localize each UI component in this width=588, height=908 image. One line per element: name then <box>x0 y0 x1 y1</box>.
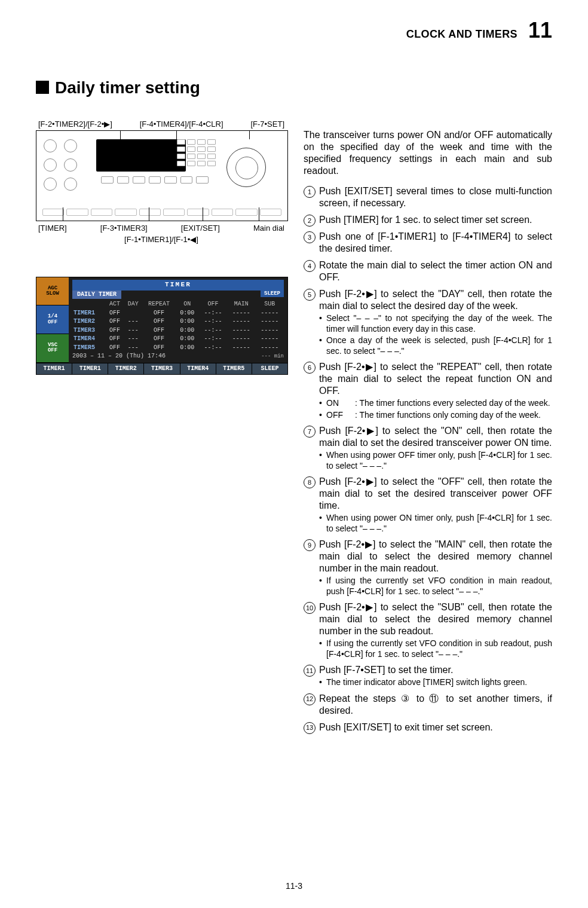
callout-f1: [F-1•TIMER1]/[F-1•◀] <box>36 235 287 244</box>
step-text: Push [F-2•▶] to select the "SUB" cell, t… <box>319 602 552 636</box>
section-bullet-icon <box>36 81 49 94</box>
page-footer: 11-3 <box>0 881 588 892</box>
step-number-icon: 8 <box>304 476 316 488</box>
step-sub-item: Once a day of the week is selected, push… <box>319 335 552 356</box>
timer-lcd-figure: AGCSLOW 1/4OFF VSCOFF TIMER DAILY TIMER … <box>36 277 288 375</box>
step-text: Push [TIMER] for 1 sec. to select timer … <box>319 215 532 225</box>
step-sub-item: The timer indicator above [TIMER] switch… <box>319 677 552 688</box>
step-number-icon: 12 <box>304 693 316 705</box>
step: 1Push [EXIT/SET] several times to close … <box>304 185 552 209</box>
step-sub-item: Select "– – –" to not specifying the day… <box>319 313 552 334</box>
step-sub-item: If using the currently set VFO condition… <box>319 576 552 597</box>
chapter-title: CLOCK AND TIMERS <box>406 27 517 41</box>
lcd-softkey-2: TIMER2 <box>108 363 144 375</box>
step-number-icon: 10 <box>304 602 316 614</box>
lcd-timer-row: TIMER1OFFOFF0:00--:------------ <box>72 309 284 318</box>
step-text: Push one of [F-1•TIMER1] to [F-4•TIMER4]… <box>319 231 552 253</box>
step-onoff-def: OFF: The timer functions only coming day… <box>319 410 552 421</box>
chapter-number: 11 <box>528 17 552 44</box>
step: 2Push [TIMER] for 1 sec. to select timer… <box>304 214 552 226</box>
lcd-side-agc: AGCSLOW <box>36 277 69 306</box>
callout-main-dial: Main dial <box>253 224 284 233</box>
section-title: Daily timer setting <box>36 77 552 98</box>
step-sub-item: If using the currently set VFO condition… <box>319 638 552 659</box>
step-number-icon: 13 <box>304 722 316 734</box>
step-text: Push [EXIT/SET] to exit timer set screen… <box>319 722 493 732</box>
step: 3Push one of [F-1•TIMER1] to [F-4•TIMER4… <box>304 231 552 255</box>
step-number-icon: 3 <box>304 231 316 243</box>
step: 13Push [EXIT/SET] to exit timer set scre… <box>304 721 552 733</box>
section-title-text: Daily timer setting <box>55 78 200 97</box>
step: 12Repeat the steps ③ to ⑪ to set another… <box>304 693 552 717</box>
lcd-softkey-3: TIMER3 <box>144 363 180 375</box>
step-number-icon: 4 <box>304 260 316 272</box>
step: 11Push [F-7•SET] to set the timer.The ti… <box>304 664 552 688</box>
front-panel-figure: [F-2•TIMER2]/[F-2•▶] [F-4•TIMER4]/[F-4•C… <box>36 120 287 244</box>
callout-timer: [TIMER] <box>38 224 67 233</box>
lcd-sleep-label: SLEEP <box>261 291 284 297</box>
step: 8Push [F-2•▶] to select the "OFF" cell, … <box>304 476 552 534</box>
step: 5Push [F-2•▶] to select the "DAY" cell, … <box>304 288 552 356</box>
lcd-side-vsc: VSCOFF <box>36 334 69 363</box>
lcd-datebar: 2003 – 11 – 20 (Thu) 17:46 <box>72 353 166 359</box>
lcd-softkey-6: SLEEP <box>252 363 287 375</box>
step-text: Rotate the main dial to select the timer… <box>319 260 552 282</box>
instruction-steps: 1Push [EXIT/SET] several times to close … <box>304 185 552 733</box>
step-sub-item: When using power OFF timer only, push [F… <box>319 450 552 471</box>
callout-f4: [F-4•TIMER4]/[F-4•CLR] <box>140 120 223 129</box>
lcd-softkey-1: TIMER1 <box>72 363 108 375</box>
callout-f2: [F-2•TIMER2]/[F-2•▶] <box>38 120 112 129</box>
figure-top-callouts: [F-2•TIMER2]/[F-2•▶] [F-4•TIMER4]/[F-4•C… <box>36 120 287 129</box>
step-number-icon: 9 <box>304 539 316 551</box>
lcd-timer-row: TIMER5OFF---OFF0:00--:------------ <box>72 344 284 353</box>
step: 7Push [F-2•▶] to select the "ON" cell, t… <box>304 425 552 471</box>
step-text: Push [F-2•▶] to select the "OFF" cell, t… <box>319 476 552 510</box>
lcd-softkey-4: TIMER4 <box>180 363 216 375</box>
radio-front-panel-illustration <box>36 130 288 221</box>
step-text: Push [F-2•▶] to select the "ON" cell, th… <box>319 426 552 448</box>
lcd-timer-row: TIMER3OFF---OFF0:00--:------------ <box>72 326 284 335</box>
step-text: Push [EXIT/SET] several times to close m… <box>319 186 552 208</box>
step-sub-list: If using the currently set VFO condition… <box>319 576 552 597</box>
step: 9Push [F-2•▶] to select the "MAIN" cell,… <box>304 539 552 597</box>
lcd-heading: DAILY TIMER <box>72 291 121 299</box>
lcd-softkey-row: TIMER1 TIMER1 TIMER2 TIMER3 TIMER4 TIMER… <box>36 363 287 375</box>
step-sub-item: When using power ON timer only, push [F-… <box>319 513 552 534</box>
step-onoff-def: ON: The timer functions every selected d… <box>319 398 552 409</box>
step-sub-list: When using power OFF timer only, push [F… <box>319 450 552 471</box>
page-header: CLOCK AND TIMERS 11 <box>36 17 552 44</box>
step: 4Rotate the main dial to select the time… <box>304 259 552 283</box>
lcd-timer-row: TIMER4OFF---OFF0:00--:------------ <box>72 335 284 344</box>
step-number-icon: 2 <box>304 215 316 227</box>
step-number-icon: 1 <box>304 186 316 198</box>
callout-f3: [F-3•TIMER3] <box>100 224 148 233</box>
lcd-titlebar: TIMER <box>72 280 284 291</box>
step-text: Push [F-2•▶] to select the "DAY" cell, t… <box>319 289 552 311</box>
step: 10Push [F-2•▶] to select the "SUB" cell,… <box>304 601 552 659</box>
lcd-sleep-value: --- min <box>261 353 284 360</box>
lcd-timer-table: ACT DAY REPEAT ON OFF MAIN SUB TIMER1OFF… <box>72 300 284 352</box>
lcd-timer-row: TIMER2OFF---OFF0:00--:------------ <box>72 317 284 326</box>
step-text: Push [F-2•▶] to select the "REPEAT" cell… <box>319 362 552 396</box>
step: 6Push [F-2•▶] to select the "REPEAT" cel… <box>304 361 552 420</box>
step-number-icon: 5 <box>304 289 316 301</box>
step-number-icon: 6 <box>304 362 316 374</box>
step-sub-list: If using the currently set VFO condition… <box>319 638 552 659</box>
callout-f7: [F-7•SET] <box>250 120 284 129</box>
step-text: Push [F-7•SET] to set the timer. <box>319 665 453 675</box>
step-sub-list: When using power ON timer only, push [F-… <box>319 513 552 534</box>
callout-exit: [EXIT/SET] <box>181 224 220 233</box>
lcd-softkey-5: TIMER5 <box>216 363 252 375</box>
step-sub-list: The timer indicator above [TIMER] switch… <box>319 677 552 688</box>
step-number-icon: 11 <box>304 665 316 677</box>
step-number-icon: 7 <box>304 426 316 438</box>
lcd-side-timer1: TIMER1 <box>36 363 72 375</box>
step-sub-list: Select "– – –" to not specifying the day… <box>319 313 552 356</box>
intro-paragraph: The transceiver turns power ON and/or OF… <box>304 129 552 177</box>
lcd-side-quarter: 1/4OFF <box>36 305 69 334</box>
step-text: Push [F-2•▶] to select the "MAIN" cell, … <box>319 539 552 573</box>
step-text: Repeat the steps ③ to ⑪ to set another t… <box>319 693 552 716</box>
figure-bottom-callouts: [TIMER] [F-3•TIMER3] [EXIT/SET] Main dia… <box>36 224 287 233</box>
